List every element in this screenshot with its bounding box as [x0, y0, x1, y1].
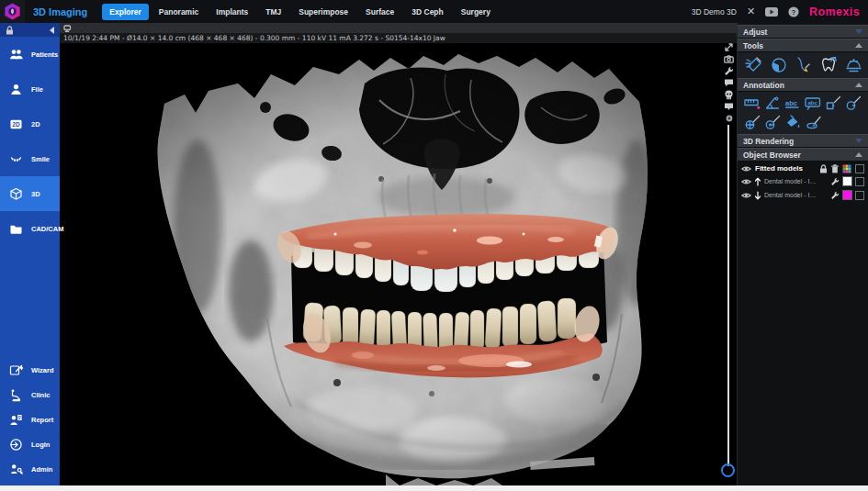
- text-annotation-icon[interactable]: abc: [784, 95, 801, 111]
- viewport-side-toolbar: [723, 41, 735, 124]
- trash-icon[interactable]: [831, 164, 839, 173]
- tooth-segmentation-tool-icon[interactable]: [818, 55, 839, 75]
- wrench-icon[interactable]: [830, 191, 840, 200]
- model-color-swatch[interactable]: [842, 190, 852, 200]
- section-annotation[interactable]: Annotation: [738, 78, 868, 92]
- sidebar-item-patients[interactable]: Patients: [0, 37, 60, 72]
- tab-surface[interactable]: Surface: [358, 4, 401, 20]
- angle-icon[interactable]: [764, 95, 781, 111]
- comment-button[interactable]: [723, 77, 735, 88]
- sidebar-bottom-group: Wizard Clinic Report: [0, 358, 60, 482]
- sidebar-item-smile[interactable]: Smile: [0, 141, 60, 176]
- chevron-up-icon: [855, 83, 862, 87]
- fill-icon[interactable]: [784, 114, 801, 130]
- skull-view-button[interactable]: [723, 89, 735, 100]
- model-select-checkbox[interactable]: [855, 177, 864, 186]
- app-logo[interactable]: [0, 0, 25, 23]
- wrench-icon[interactable]: [830, 177, 840, 186]
- sidebar-item-wizard[interactable]: Wizard: [0, 358, 60, 383]
- sidebar-item-admin[interactable]: Admin: [0, 457, 60, 482]
- section-object-browser[interactable]: Object Browser: [738, 148, 868, 162]
- sculpt-sphere-tool-icon[interactable]: [769, 55, 789, 75]
- sidebar-item-cadcam[interactable]: CAD/CAM: [0, 211, 60, 246]
- airbrush-tool-icon[interactable]: [744, 55, 764, 75]
- video-tutorial-icon[interactable]: [765, 7, 778, 17]
- eye-icon[interactable]: [741, 165, 751, 173]
- sidebar-collapse-icon[interactable]: [50, 27, 54, 34]
- svg-text:?: ?: [792, 8, 796, 17]
- model-color-swatch[interactable]: [842, 176, 852, 186]
- object-browser-tree: Fitted models: [738, 162, 868, 485]
- tools-icon-row: [738, 52, 868, 78]
- sidebar-item-2d[interactable]: 2D 2D: [0, 106, 60, 141]
- section-label: 3D Rendering: [743, 137, 794, 146]
- 3d-viewport: 10/1/19 2:44 PM - Ø14.0 × 14.0 cm (468 ×…: [60, 23, 738, 485]
- snapshot-button[interactable]: [723, 53, 735, 64]
- lock-icon[interactable]: [819, 164, 828, 173]
- sidebar-item-label: Clinic: [31, 391, 50, 399]
- section-label: Object Browser: [743, 151, 801, 160]
- section-3d-rendering[interactable]: 3D Rendering: [738, 134, 868, 148]
- tab-3d-ceph[interactable]: 3D Ceph: [404, 4, 450, 20]
- ruler-icon[interactable]: [744, 95, 761, 111]
- fullscreen-button[interactable]: [723, 41, 735, 52]
- tab-implants[interactable]: Implants: [209, 4, 255, 20]
- lock-icon[interactable]: [6, 26, 14, 35]
- wrench-icon: [724, 66, 734, 76]
- circle-draw-icon[interactable]: [845, 95, 862, 111]
- sidebar-item-label: Smile: [31, 155, 50, 163]
- folder-icon: [9, 222, 23, 236]
- point-draw-icon[interactable]: [764, 114, 781, 130]
- tab-panoramic[interactable]: Panoramic: [152, 4, 206, 20]
- section-adjust[interactable]: Adjust: [738, 25, 868, 39]
- top-bar-right: 3D Demo 3D ✕ ? Romexis: [692, 6, 868, 18]
- model-select-checkbox[interactable]: [855, 191, 864, 200]
- sidebar-item-label: Report: [31, 416, 53, 424]
- sidebar-item-report[interactable]: Report: [0, 407, 60, 432]
- sidebar-item-label: Wizard: [31, 366, 54, 374]
- eye-icon[interactable]: [741, 192, 751, 199]
- tab-superimpose[interactable]: Superimpose: [291, 4, 355, 20]
- tab-tmj[interactable]: TMJ: [258, 4, 288, 20]
- label-annotation-icon[interactable]: abc: [805, 95, 821, 111]
- object-label: Dental model - Imported ...: [764, 178, 821, 184]
- tab-surgery[interactable]: Surgery: [454, 4, 498, 20]
- camera-icon: [724, 55, 734, 63]
- sidebar-item-label: 3D: [31, 190, 40, 198]
- zoom-slider-handle[interactable]: [721, 463, 735, 477]
- chevron-down-icon: [855, 29, 862, 34]
- left-sidebar: Patients File 2D 2D Smile: [0, 23, 60, 485]
- help-icon[interactable]: ?: [788, 6, 799, 17]
- object-group-row[interactable]: Fitted models: [738, 162, 868, 174]
- sidebar-item-label: Patients: [31, 50, 58, 59]
- sidebar-item-clinic[interactable]: Clinic: [0, 383, 60, 407]
- scan-metadata: 10/1/19 2:44 PM - Ø14.0 × 14.0 cm (468 ×…: [60, 33, 738, 43]
- patients-icon: [9, 48, 23, 61]
- object-row-lower-model[interactable]: Dental model - Imported ...: [738, 188, 868, 202]
- section-tools[interactable]: Tools: [738, 39, 868, 52]
- sidebar-item-login[interactable]: Login: [0, 432, 60, 457]
- pin-icon[interactable]: [63, 25, 73, 32]
- view-tools-button[interactable]: [723, 65, 735, 76]
- group-visibility-checkbox[interactable]: [855, 164, 864, 173]
- close-icon[interactable]: ✕: [747, 6, 755, 17]
- page-title: 3D Imaging: [33, 6, 87, 17]
- nerve-tracing-tool-icon[interactable]: [794, 55, 814, 75]
- object-row-upper-model[interactable]: Dental model - Imported ...: [738, 174, 868, 188]
- brush-icon[interactable]: [805, 114, 821, 130]
- slider-top-knob[interactable]: [723, 113, 735, 124]
- palette-icon[interactable]: [842, 164, 851, 173]
- eye-icon[interactable]: [741, 178, 751, 185]
- right-panel: Adjust Tools: [737, 23, 868, 485]
- implant-planning-tool-icon[interactable]: [843, 55, 863, 75]
- sidebar-item-3d[interactable]: 3D: [0, 176, 60, 211]
- volume-render-area[interactable]: [60, 43, 738, 485]
- annotation-bubble-button[interactable]: [723, 101, 735, 112]
- crosshair-draw-icon[interactable]: [744, 114, 761, 130]
- rectangle-draw-icon[interactable]: [825, 95, 841, 111]
- tab-explorer[interactable]: Explorer: [102, 4, 149, 20]
- sidebar-item-file[interactable]: File: [0, 72, 60, 106]
- zoom-slider-track[interactable]: [727, 125, 729, 466]
- svg-text:abc: abc: [808, 100, 818, 106]
- fullscreen-icon: [724, 42, 734, 52]
